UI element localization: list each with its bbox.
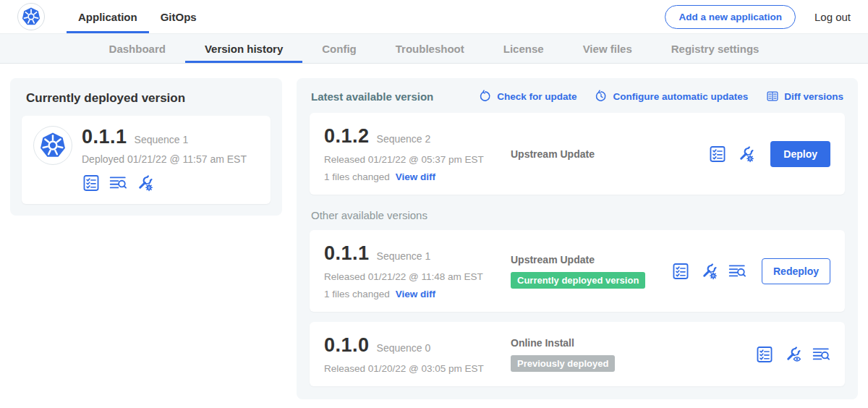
deployed-version-tile: 0.1.1 Sequence 1 Deployed 01/21/22 @ 11:… bbox=[22, 116, 271, 204]
deployed-sequence: Sequence 1 bbox=[135, 134, 189, 145]
subnav: Dashboard Version history Config Trouble… bbox=[0, 33, 868, 64]
version-sequence: Sequence 1 bbox=[377, 250, 431, 262]
view-diff-link[interactable]: View diff bbox=[396, 171, 435, 182]
version-sequence: Sequence 2 bbox=[377, 133, 431, 145]
version-row-0-1-1: 0.1.1 Sequence 1 Released 01/21/22 @ 11:… bbox=[310, 230, 845, 312]
app-icon bbox=[33, 126, 72, 165]
previously-deployed-badge: Previously deployed bbox=[511, 355, 615, 372]
kubernetes-logo bbox=[17, 3, 45, 30]
panel-actions: Check for update Configure automatic upd… bbox=[479, 90, 843, 103]
subtab-version-history[interactable]: Version history bbox=[185, 34, 302, 63]
tab-gitops[interactable]: GitOps bbox=[149, 0, 208, 33]
deploy-logs-icon[interactable] bbox=[812, 345, 830, 364]
tab-application-label: Application bbox=[78, 11, 137, 23]
refresh-icon bbox=[479, 90, 492, 103]
subtab-troubleshoot[interactable]: Troubleshoot bbox=[376, 34, 484, 63]
deploy-button[interactable]: Deploy bbox=[770, 141, 830, 167]
currently-deployed-card: Currently deployed version 0.1.1 Sequenc… bbox=[10, 78, 282, 216]
configure-automatic-updates-label: Configure automatic updates bbox=[613, 91, 748, 102]
other-versions-title: Other available versions bbox=[311, 209, 843, 221]
currently-deployed-badge: Currently deployed version bbox=[511, 272, 645, 289]
version-row-middle: Upstream Update bbox=[511, 148, 708, 160]
view-config-icon[interactable] bbox=[783, 345, 802, 364]
preflight-checks-icon[interactable] bbox=[82, 174, 101, 192]
version-number: 0.1.1 bbox=[324, 242, 370, 265]
version-row-0-1-0: 0.1.0 Sequence 0 Released 01/20/22 @ 03:… bbox=[310, 322, 845, 386]
deploy-logs-icon[interactable] bbox=[728, 262, 746, 281]
kubernetes-logo-icon bbox=[38, 130, 68, 161]
check-for-update-link[interactable]: Check for update bbox=[479, 90, 576, 103]
tab-gitops-label: GitOps bbox=[161, 11, 197, 23]
subtab-license[interactable]: License bbox=[484, 34, 563, 63]
configure-automatic-updates-link[interactable]: Configure automatic updates bbox=[595, 90, 748, 103]
deployed-card-title: Currently deployed version bbox=[26, 91, 266, 106]
files-changed: 1 files changed bbox=[324, 289, 390, 299]
latest-available-title: Latest available version bbox=[311, 90, 433, 103]
released-timestamp: Released 01/20/22 @ 03:05 pm EST bbox=[324, 363, 511, 374]
logout-link[interactable]: Log out bbox=[814, 11, 851, 23]
subtab-registry-settings[interactable]: Registry settings bbox=[652, 34, 779, 63]
subtab-config[interactable]: Config bbox=[302, 34, 375, 63]
edit-config-icon[interactable] bbox=[699, 262, 718, 281]
version-row-left: 0.1.1 Sequence 1 Released 01/21/22 @ 11:… bbox=[324, 242, 511, 299]
version-row-middle: Upstream Update Currently deployed versi… bbox=[511, 254, 671, 289]
version-row-left: 0.1.0 Sequence 0 Released 01/20/22 @ 03:… bbox=[324, 334, 511, 374]
check-for-update-label: Check for update bbox=[497, 91, 576, 102]
topbar-right: Add a new application Log out bbox=[665, 5, 851, 29]
deployed-version-info: 0.1.1 Sequence 1 Deployed 01/21/22 @ 11:… bbox=[82, 126, 247, 192]
tab-application[interactable]: Application bbox=[67, 0, 149, 33]
deploy-logs-icon[interactable] bbox=[109, 174, 127, 192]
available-versions-panel: Latest available version Check for updat… bbox=[297, 78, 858, 399]
available-panel-header: Latest available version Check for updat… bbox=[311, 90, 843, 103]
preflight-checks-icon[interactable] bbox=[755, 345, 774, 364]
version-row-left: 0.1.2 Sequence 2 Released 01/21/22 @ 05:… bbox=[324, 125, 511, 182]
deployed-actions bbox=[82, 174, 247, 192]
version-row-actions: Deploy bbox=[708, 141, 830, 167]
preflight-checks-icon[interactable] bbox=[671, 262, 690, 281]
released-timestamp: Released 01/21/22 @ 05:37 pm EST bbox=[324, 154, 511, 165]
files-changed: 1 files changed bbox=[324, 171, 390, 182]
deployed-version-number: 0.1.1 bbox=[82, 126, 127, 148]
top-tabs: Application GitOps bbox=[67, 0, 208, 33]
edit-config-icon[interactable] bbox=[736, 145, 755, 163]
subtab-view-files[interactable]: View files bbox=[563, 34, 652, 63]
version-source: Upstream Update bbox=[511, 254, 671, 265]
version-sequence: Sequence 0 bbox=[377, 342, 431, 354]
released-timestamp: Released 01/21/22 @ 11:48 am EST bbox=[324, 271, 511, 282]
version-row-0-1-2: 0.1.2 Sequence 2 Released 01/21/22 @ 05:… bbox=[310, 113, 845, 195]
top-header: Application GitOps Add a new application… bbox=[0, 0, 868, 33]
diff-versions-icon bbox=[766, 90, 779, 103]
version-row-actions: Redeploy bbox=[671, 258, 830, 284]
edit-config-icon[interactable] bbox=[135, 174, 154, 192]
diff-versions-label: Diff versions bbox=[784, 91, 843, 102]
schedule-update-icon bbox=[595, 90, 608, 103]
version-number: 0.1.0 bbox=[324, 334, 370, 357]
diff-versions-link[interactable]: Diff versions bbox=[766, 90, 843, 103]
version-row-middle: Online Install Previously deployed bbox=[511, 337, 755, 372]
main-content: Currently deployed version 0.1.1 Sequenc… bbox=[0, 64, 868, 408]
redeploy-button[interactable]: Redeploy bbox=[762, 258, 830, 284]
preflight-checks-icon[interactable] bbox=[708, 145, 727, 163]
subtab-dashboard[interactable]: Dashboard bbox=[90, 34, 185, 63]
version-number: 0.1.2 bbox=[324, 125, 370, 148]
view-diff-link[interactable]: View diff bbox=[396, 289, 435, 299]
version-source: Online Install bbox=[511, 337, 755, 349]
add-application-button[interactable]: Add a new application bbox=[665, 5, 796, 29]
version-row-actions bbox=[755, 345, 830, 364]
deployed-timestamp: Deployed 01/21/22 @ 11:57 am EST bbox=[82, 153, 247, 165]
kubernetes-logo-icon bbox=[20, 6, 42, 27]
version-source: Upstream Update bbox=[511, 148, 708, 160]
